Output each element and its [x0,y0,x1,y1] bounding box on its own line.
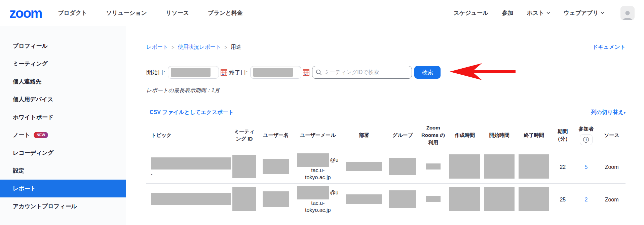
col-header-source: ソース [598,119,626,151]
redacted-department [346,162,382,171]
sidebar-item-notes[interactable]: ノート NEW [0,126,126,144]
sidebar: プロフィール ミーティング 個人連絡先 個人用デバイス ホワイトボード ノート … [0,26,126,225]
redacted-end-time [519,187,549,211]
sidebar-item-recordings[interactable]: レコーディング [0,144,126,162]
participants-link[interactable]: 2 [584,197,588,202]
new-badge: NEW [34,132,48,138]
nav-host[interactable]: ホスト [527,9,550,17]
navbar-left: プロダクト ソリューション リソース プランと料金 [58,9,242,17]
table-row: @u tac.u- tokyo.ac.jp 25 2 Zoom [146,184,626,216]
col-header-topic: トピック [146,119,231,151]
person-icon [622,9,633,20]
nav-plans-pricing[interactable]: プランと料金 [208,9,243,17]
sidebar-item-reports[interactable]: レポート [0,180,126,197]
chevron-down-icon [601,12,604,14]
search-input[interactable] [324,69,408,75]
redacted-email [297,186,329,199]
main-content: レポート > 使用状況レポート > 用途 ドキュメント 開始日: 終了日: [126,26,644,225]
meeting-id-search-box [312,66,412,79]
sidebar-item-profile[interactable]: プロフィール [0,37,126,55]
duration-cell: 25 [551,184,574,216]
end-date-input[interactable] [250,66,301,79]
col-header-user-name: ユーザー名 [258,119,294,151]
breadcrumb-separator: > [224,45,227,50]
nav-resources[interactable]: リソース [166,9,189,17]
max-report-period-note: レポートの最長表示期間：1月 [146,87,626,94]
breadcrumb-current-page: 用途 [231,44,241,51]
breadcrumb-reports[interactable]: レポート [146,44,168,51]
navbar-right: スケジュール 参加 ホスト ウェブアプリ [453,6,635,20]
filter-row: 開始日: 終了日: [146,63,626,82]
triangle-down-icon: ▾ [623,111,626,115]
redacted-start-time [484,154,515,179]
nav-join[interactable]: 参加 [502,9,513,17]
nav-products[interactable]: プロダクト [58,9,87,17]
search-button[interactable]: 検索 [414,66,441,79]
col-header-group: グループ [386,119,419,151]
table-row: - @u tac.u- tokyo.ac.jp 22 5 [146,151,626,184]
toggle-columns-dropdown[interactable]: 列の切り替え▾ [591,109,626,116]
breadcrumb-usage-reports[interactable]: 使用状況レポート [178,44,221,51]
sidebar-item-account-profile[interactable]: アカウントプロフィール [0,197,126,215]
red-arrow-annotation [449,63,516,82]
export-csv-link[interactable]: CSV ファイルとしてエクスポート [150,109,234,116]
sidebar-item-devices[interactable]: 個人用デバイス [0,90,126,108]
usage-report-table: トピック ミーティング ID ユーザー名 ユーザーメール 部署 グループ Zoo… [146,119,626,216]
redacted-group [389,158,416,175]
nav-schedule[interactable]: スケジュール [453,9,488,17]
chevron-down-icon [546,12,550,14]
table-toolbar: CSV ファイルとしてエクスポート 列の切り替え▾ [146,109,626,116]
start-date-label: 開始日: [146,69,165,76]
col-header-user-email: ユーザーメール [294,119,342,151]
top-navbar: zoom プロダクト ソリューション リソース プランと料金 スケジュール 参加… [0,0,644,26]
redacted-meeting-id [232,155,256,178]
start-date-input[interactable] [168,66,219,79]
col-header-start-time: 開始時間 [482,119,517,151]
redacted-department [346,194,382,204]
breadcrumb-separator: > [172,45,174,50]
sidebar-item-contacts[interactable]: 個人連絡先 [0,73,126,90]
sidebar-item-settings[interactable]: 設定 [0,162,126,180]
redacted-topic [151,193,231,205]
col-header-end-time: 終了時間 [517,119,551,151]
col-header-meeting-id: ミーティング ID [231,119,258,151]
user-email-cell: @u tac.u- tokyo.ac.jp [294,184,342,216]
col-header-create-time: 作成時間 [447,119,482,151]
table-header-row: トピック ミーティング ID ユーザー名 ユーザーメール 部署 グループ Zoo… [146,119,626,151]
nav-web-app[interactable]: ウェブアプリ [564,9,604,17]
redacted-email [297,153,329,167]
calendar-icon[interactable] [303,69,309,76]
redacted-start-date [171,68,211,77]
calendar-icon[interactable] [221,69,227,76]
user-email-cell: @u tac.u- tokyo.ac.jp [294,151,342,184]
documentation-link[interactable]: ドキュメント [593,44,626,51]
search-icon [316,69,322,75]
redacted-user-name [263,191,289,207]
duration-cell: 22 [551,151,574,184]
source-cell: Zoom [598,184,626,216]
user-avatar[interactable] [620,6,635,20]
breadcrumb: レポート > 使用状況レポート > 用途 ドキュメント [146,44,626,51]
redacted-zoom-rooms [426,196,441,202]
participants-link[interactable]: 5 [584,164,588,170]
sidebar-item-meetings[interactable]: ミーティング [0,55,126,73]
col-header-duration: 期間（分） [551,119,574,151]
sidebar-item-whiteboard[interactable]: ホワイトボード [0,108,126,126]
redacted-group [389,190,416,208]
redacted-user-name [263,159,289,174]
zoom-logo[interactable]: zoom [9,6,42,20]
col-header-zoom-rooms: Zoom Rooms の利用 [419,119,448,151]
redacted-topic [151,157,231,170]
redacted-create-time [449,154,480,179]
redacted-create-time [449,187,480,211]
col-header-participants: 参加者 i [574,119,598,151]
redacted-end-time [519,154,549,179]
redacted-zoom-rooms [426,163,441,170]
redacted-meeting-id [232,187,256,211]
info-icon[interactable]: i [580,134,593,145]
col-header-department: 部署 [342,119,386,151]
redacted-end-date [253,68,293,77]
nav-solutions[interactable]: ソリューション [106,9,147,17]
end-date-label: 終了日: [229,69,248,76]
source-cell: Zoom [598,151,626,184]
